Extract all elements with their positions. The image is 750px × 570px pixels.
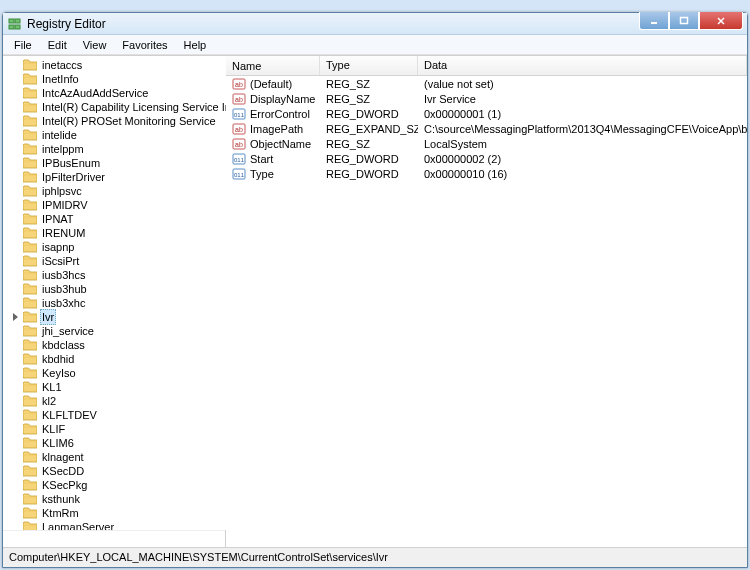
folder-icon xyxy=(23,353,37,365)
tree-item-label: ksthunk xyxy=(40,492,82,506)
titlebar[interactable]: Registry Editor xyxy=(3,13,747,35)
folder-icon xyxy=(23,325,37,337)
minimize-button[interactable] xyxy=(639,12,669,30)
tree-item[interactable]: Ivr xyxy=(5,310,226,324)
svg-rect-2 xyxy=(9,25,14,29)
svg-text:ab: ab xyxy=(235,96,243,103)
list-h-scrollbar[interactable] xyxy=(226,530,747,547)
tree-item[interactable]: iusb3hub xyxy=(5,282,226,296)
cell-name: abImagePath xyxy=(226,122,320,136)
tree-item[interactable]: inetaccs xyxy=(5,58,226,72)
tree-item[interactable]: ksthunk xyxy=(5,492,226,506)
tree-item[interactable]: IPNAT xyxy=(5,212,226,226)
tree-item[interactable]: KLFLTDEV xyxy=(5,408,226,422)
cell-data: Ivr Service xyxy=(418,93,747,105)
tree-item[interactable]: InetInfo xyxy=(5,72,226,86)
list-row[interactable]: 011TypeREG_DWORD0x00000010 (16) xyxy=(226,166,747,181)
tree-item[interactable]: kl2 xyxy=(5,394,226,408)
tree-item[interactable]: IntcAzAudAddService xyxy=(5,86,226,100)
folder-icon xyxy=(23,87,37,99)
col-header-type[interactable]: Type xyxy=(320,56,418,75)
window-title: Registry Editor xyxy=(27,17,743,31)
folder-icon xyxy=(23,367,37,379)
tree-item[interactable]: KeyIso xyxy=(5,366,226,380)
tree-item[interactable]: kbdhid xyxy=(5,352,226,366)
folder-icon xyxy=(23,437,37,449)
tree-item[interactable]: iphlpsvc xyxy=(5,184,226,198)
tree-item[interactable]: IPBusEnum xyxy=(5,156,226,170)
list-row[interactable]: abImagePathREG_EXPAND_SZC:\source\Messag… xyxy=(226,121,747,136)
folder-icon xyxy=(23,255,37,267)
app-icon xyxy=(7,16,23,32)
tree-item-label: IpFilterDriver xyxy=(40,170,107,184)
tree-item[interactable]: KLIM6 xyxy=(5,436,226,450)
menu-edit[interactable]: Edit xyxy=(41,37,74,53)
tree-item[interactable]: klnagent xyxy=(5,450,226,464)
menu-help[interactable]: Help xyxy=(177,37,214,53)
tree-item[interactable]: iusb3xhc xyxy=(5,296,226,310)
tree-item[interactable]: KtmRm xyxy=(5,506,226,520)
tree-item[interactable]: KSecPkg xyxy=(5,478,226,492)
tree-item[interactable]: KLIF xyxy=(5,422,226,436)
folder-icon xyxy=(23,493,37,505)
list-row[interactable]: ab(Default)REG_SZ(value not set) xyxy=(226,76,747,91)
tree-item[interactable]: jhi_service xyxy=(5,324,226,338)
maximize-button[interactable] xyxy=(669,12,699,30)
tree-item-label: iusb3hub xyxy=(40,282,89,296)
tree-item-label: KLFLTDEV xyxy=(40,408,99,422)
tree-item-label: inetaccs xyxy=(40,58,84,72)
tree-item[interactable]: kbdclass xyxy=(5,338,226,352)
folder-icon xyxy=(23,213,37,225)
tree-item[interactable]: iusb3hcs xyxy=(5,268,226,282)
cell-type: REG_SZ xyxy=(320,93,418,105)
svg-rect-5 xyxy=(681,17,688,23)
cell-type: REG_DWORD xyxy=(320,168,418,180)
list-pane[interactable]: Name Type Data ab(Default)REG_SZ(value n… xyxy=(226,56,747,547)
value-name: ImagePath xyxy=(250,123,303,135)
tree-pane[interactable]: inetaccsInetInfoIntcAzAudAddServiceIntel… xyxy=(3,56,226,530)
cell-type: REG_SZ xyxy=(320,78,418,90)
string-icon: ab xyxy=(232,122,246,136)
folder-icon xyxy=(23,143,37,155)
svg-text:011: 011 xyxy=(234,172,245,178)
statusbar: Computer\HKEY_LOCAL_MACHINE\SYSTEM\Curre… xyxy=(3,547,747,567)
list-row[interactable]: 011StartREG_DWORD0x00000002 (2) xyxy=(226,151,747,166)
tree-item[interactable]: Intel(R) Capability Licensing Service In… xyxy=(5,100,226,114)
list-row[interactable]: abDisplayNameREG_SZIvr Service xyxy=(226,91,747,106)
tree-item[interactable]: LanmanServer xyxy=(5,520,226,530)
folder-icon xyxy=(23,339,37,351)
tree-item[interactable]: IPMIDRV xyxy=(5,198,226,212)
list-row[interactable]: abObjectNameREG_SZLocalSystem xyxy=(226,136,747,151)
tree-item[interactable]: KL1 xyxy=(5,380,226,394)
list-row[interactable]: 011ErrorControlREG_DWORD0x00000001 (1) xyxy=(226,106,747,121)
tree-item[interactable]: KSecDD xyxy=(5,464,226,478)
tree-item-label: InetInfo xyxy=(40,72,81,86)
close-button[interactable] xyxy=(699,12,743,30)
tree-h-scrollbar[interactable] xyxy=(3,530,225,547)
dword-icon: 011 xyxy=(232,107,246,121)
tree-item[interactable]: intelide xyxy=(5,128,226,142)
list-body: ab(Default)REG_SZ(value not set)abDispla… xyxy=(226,76,747,530)
col-header-data[interactable]: Data xyxy=(418,56,747,75)
tree-item-label: KL1 xyxy=(40,380,64,394)
folder-icon xyxy=(23,409,37,421)
folder-icon xyxy=(23,171,37,183)
tree-item[interactable]: IpFilterDriver xyxy=(5,170,226,184)
tree-item[interactable]: IRENUM xyxy=(5,226,226,240)
tree-item[interactable]: iScsiPrt xyxy=(5,254,226,268)
tree-item-label: KLIF xyxy=(40,422,67,436)
col-header-name[interactable]: Name xyxy=(226,56,320,75)
string-icon: ab xyxy=(232,137,246,151)
menu-view[interactable]: View xyxy=(76,37,114,53)
folder-icon xyxy=(23,199,37,211)
menu-favorites[interactable]: Favorites xyxy=(115,37,174,53)
folder-icon xyxy=(23,423,37,435)
tree-item[interactable]: intelppm xyxy=(5,142,226,156)
tree-item-label: iScsiPrt xyxy=(40,254,81,268)
tree-item[interactable]: Intel(R) PROSet Monitoring Service xyxy=(5,114,226,128)
tree-item[interactable]: isapnp xyxy=(5,240,226,254)
cell-data: (value not set) xyxy=(418,78,747,90)
menu-file[interactable]: File xyxy=(7,37,39,53)
svg-rect-3 xyxy=(15,25,20,29)
expand-icon[interactable] xyxy=(11,313,20,322)
